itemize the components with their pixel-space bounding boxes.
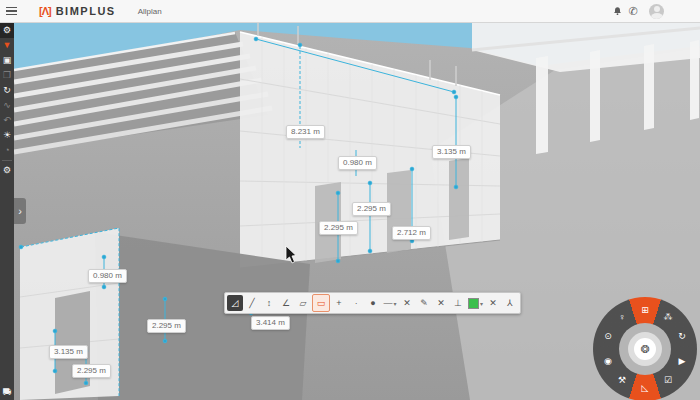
box-select-button[interactable]: ▭ <box>312 294 330 312</box>
measure-area-button-glyph: ▱ <box>300 298 307 308</box>
copy-compare-icon[interactable]: ❐ <box>0 68 14 83</box>
text-anchor-button-glyph: ⊥ <box>454 298 462 308</box>
clear-line-button[interactable]: ✕ <box>399 295 415 311</box>
bell-glyph <box>612 6 623 17</box>
apps-grid-icon[interactable]: ⊞ <box>638 303 652 317</box>
measure-tool-button-glyph: ◿ <box>232 298 239 308</box>
gauge-icon[interactable]: ◔ <box>0 143 14 158</box>
point-large-button-glyph: ● <box>370 298 375 308</box>
crosshair-button-glyph: + <box>336 298 341 308</box>
measure-ruler-icon[interactable]: ◺ <box>638 381 652 395</box>
model-structure-icon[interactable]: ▣ <box>0 53 14 68</box>
notifications-bell-icon[interactable] <box>609 3 625 19</box>
support-phone-icon[interactable]: ✆ <box>625 3 641 19</box>
left-sidebar: ⚙▼▣❐↻∿↶☀◔⚙⛟ <box>0 22 14 400</box>
label-tag-button[interactable]: ✎ <box>416 295 432 311</box>
measure-vertical-button-glyph: ↕ <box>267 298 272 308</box>
person-view-button-glyph: ⅄ <box>507 298 513 308</box>
tools-icon[interactable]: ⚒ <box>615 374 629 388</box>
project-name[interactable]: Allplan <box>138 7 162 16</box>
clear-color-button-glyph: ✕ <box>489 298 497 308</box>
menu-hamburger-icon[interactable] <box>6 7 17 16</box>
crosshair-button[interactable]: + <box>331 295 347 311</box>
person-view-button[interactable]: ⅄ <box>502 295 518 311</box>
front-left-wall <box>20 228 119 400</box>
top-app-bar: [Λ] BIMPLUS Allplan ✆ <box>0 0 700 23</box>
color-swatch-select[interactable]: ▾ <box>467 295 484 311</box>
settings-gear-icon[interactable]: ⚙ <box>0 163 14 178</box>
measure-area-button[interactable]: ▱ <box>295 295 311 311</box>
navigation-wheel: ⊞⁂↻▶☑◺⚒◉⊙♀ ❂ <box>593 297 697 400</box>
clear-tag-button-glyph: ✕ <box>437 298 445 308</box>
sidebar-divider <box>2 160 12 161</box>
point-small-button-glyph: ∙ <box>355 298 358 308</box>
sidebar-expand-chevron-icon[interactable]: › <box>14 198 26 224</box>
tasks-checkbox-icon[interactable]: ☑ <box>661 374 675 388</box>
dropdown-caret-icon: ▾ <box>480 300 483 307</box>
orbit-refresh-icon[interactable]: ↻ <box>675 330 689 344</box>
measure-angle-button[interactable]: ∠ <box>278 295 294 311</box>
eye-icon[interactable]: ◉ <box>601 354 615 368</box>
filter-icon[interactable]: ▼ <box>0 38 14 53</box>
camera-icon[interactable]: ▶ <box>675 354 689 368</box>
clear-line-button-glyph: ✕ <box>403 298 411 308</box>
line-style-select-glyph: — <box>383 298 392 308</box>
viewer-settings-icon[interactable]: ⚙ <box>0 23 14 38</box>
user-avatar[interactable] <box>649 4 664 19</box>
measurement-toolbar: ◿╱↕∠▱▭+∙●—▾✕✎✕⊥▾✕⅄ <box>224 292 521 314</box>
orbit-center-icon[interactable]: ❂ <box>634 338 656 360</box>
label-tag-button-glyph: ✎ <box>420 298 428 308</box>
clear-color-button[interactable]: ✕ <box>485 295 501 311</box>
lens-icon[interactable]: ⊙ <box>601 330 615 344</box>
box-select-button-glyph: ▭ <box>317 298 326 308</box>
connections-icon[interactable]: ∿ <box>0 98 14 113</box>
measure-distance-button-glyph: ╱ <box>249 298 254 308</box>
brand-title: BIMPLUS <box>56 5 116 17</box>
brightness-icon[interactable]: ☀ <box>0 128 14 143</box>
bimplus-logo: [Λ] <box>39 5 51 17</box>
measure-vertical-button[interactable]: ↕ <box>261 295 277 311</box>
cart-icon[interactable]: ⛟ <box>0 385 14 400</box>
point-large-button[interactable]: ● <box>365 295 381 311</box>
measure-angle-button-glyph: ∠ <box>282 298 290 308</box>
clear-tag-button[interactable]: ✕ <box>433 295 449 311</box>
color-swatch <box>468 298 479 309</box>
text-anchor-button[interactable]: ⊥ <box>450 295 466 311</box>
line-style-select[interactable]: —▾ <box>382 295 398 311</box>
measure-distance-button[interactable]: ╱ <box>244 295 260 311</box>
dropdown-caret-icon: ▾ <box>393 300 396 307</box>
revision-icon[interactable]: ↻ <box>0 83 14 98</box>
team-icon[interactable]: ⁂ <box>661 310 675 324</box>
measure-tool-button[interactable]: ◿ <box>227 295 243 311</box>
point-small-button[interactable]: ∙ <box>348 295 364 311</box>
undo-icon[interactable]: ↶ <box>0 113 14 128</box>
location-pin-icon[interactable]: ♀ <box>615 310 629 324</box>
